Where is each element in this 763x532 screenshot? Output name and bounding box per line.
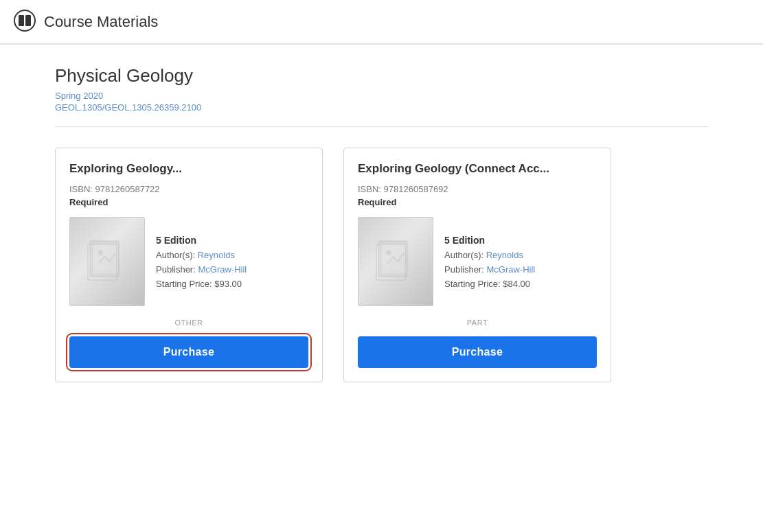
book-card-1: Exploring Geology... ISBN: 9781260587722… <box>55 148 323 382</box>
card1-isbn-label: ISBN: <box>69 184 93 194</box>
card1-title: Exploring Geology... <box>69 162 308 176</box>
card2-authors-value: Reynolds <box>486 250 523 260</box>
card2-price: Starting Price: $84.00 <box>444 279 535 289</box>
card2-tag: PART <box>358 319 597 327</box>
svg-rect-8 <box>88 244 117 280</box>
card1-details: 5 Edition Author(s): Reynolds Publisher:… <box>156 217 247 306</box>
svg-rect-3 <box>24 15 25 26</box>
card2-details: 5 Edition Author(s): Reynolds Publisher:… <box>444 217 535 306</box>
card2-price-label: Starting Price: <box>444 279 501 289</box>
course-name: Physical Geology <box>55 65 708 86</box>
svg-rect-1 <box>19 15 24 26</box>
card2-body: 5 Edition Author(s): Reynolds Publisher:… <box>358 217 597 306</box>
card2-authors-label: Author(s): <box>444 250 483 260</box>
course-term: Spring 2020 <box>55 91 708 101</box>
card2-publisher: Publisher: McGraw-Hill <box>444 264 535 275</box>
card1-publisher: Publisher: McGraw-Hill <box>156 264 247 275</box>
course-info-section: Physical Geology Spring 2020 GEOL.1305/G… <box>0 45 763 126</box>
card1-tag: OTHER <box>69 319 308 327</box>
card2-publisher-label: Publisher: <box>444 264 484 275</box>
svg-rect-2 <box>25 15 31 26</box>
card1-purchase-wrapper: Purchase <box>69 336 308 368</box>
card1-isbn: ISBN: 9781260587722 <box>69 184 308 194</box>
card2-isbn-label: ISBN: <box>358 184 381 194</box>
card1-isbn-value: 9781260587722 <box>95 184 160 194</box>
svg-rect-13 <box>376 244 405 280</box>
card1-price-label: Starting Price: <box>156 279 212 289</box>
card1-publisher-value: McGraw-Hill <box>198 264 247 275</box>
card1-publisher-label: Publisher: <box>156 264 196 275</box>
card1-authors-value: Reynolds <box>198 250 235 260</box>
course-code: GEOL.1305/GEOL.1305.26359.2100 <box>55 102 708 113</box>
card2-isbn: ISBN: 9781260587692 <box>358 184 597 194</box>
card1-required: Required <box>69 197 308 207</box>
card2-isbn-value: 9781260587692 <box>384 184 448 194</box>
card1-authors: Author(s): Reynolds <box>156 250 247 260</box>
card2-publisher-value: McGraw-Hill <box>486 264 535 275</box>
card1-price-value: $93.00 <box>214 279 242 289</box>
card2-title: Exploring Geology (Connect Acc... <box>358 162 597 176</box>
card2-book-image <box>358 217 433 306</box>
card1-body: 5 Edition Author(s): Reynolds Publisher:… <box>69 217 308 306</box>
card1-edition: 5 Edition <box>156 235 247 246</box>
page-title: Course Materials <box>44 13 158 31</box>
cards-container: Exploring Geology... ISBN: 9781260587722… <box>0 127 763 403</box>
book-card-2: Exploring Geology (Connect Acc... ISBN: … <box>343 148 611 382</box>
card1-authors-label: Author(s): <box>156 250 195 260</box>
book-icon <box>14 10 36 34</box>
card1-book-image <box>69 217 145 306</box>
card2-price-value: $84.00 <box>503 279 530 289</box>
page-header: Course Materials <box>0 0 763 44</box>
card1-purchase-button[interactable]: Purchase <box>69 336 308 368</box>
card2-authors: Author(s): Reynolds <box>444 250 535 260</box>
card1-price: Starting Price: $93.00 <box>156 279 247 289</box>
card2-required: Required <box>358 197 597 207</box>
card2-edition: 5 Edition <box>444 235 535 246</box>
card2-purchase-button[interactable]: Purchase <box>358 336 597 368</box>
